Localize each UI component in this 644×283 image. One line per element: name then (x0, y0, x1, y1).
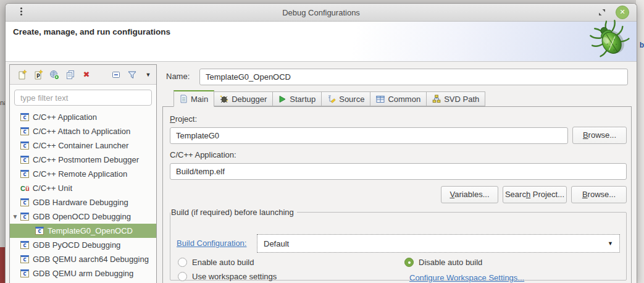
tabbar: Main Debugger Startup (174, 90, 485, 106)
c-app-icon: c (35, 227, 44, 235)
project-browse-button[interactable]: Browse... (572, 127, 627, 144)
build-configuration-link[interactable]: Build Configuration: (177, 239, 246, 248)
application-input[interactable] (170, 163, 627, 180)
tab-source[interactable]: Source (321, 91, 370, 106)
table-icon (376, 95, 385, 103)
tree-item-templateg0-openocd[interactable]: c TemplateG0_OpenOCD (10, 224, 156, 238)
svg-text:P: P (36, 74, 40, 79)
configurations-toolbar: P ✖ ▼ (10, 65, 156, 85)
c-app-icon: c (20, 255, 29, 263)
tab-startup[interactable]: Startup (272, 91, 322, 106)
name-label: Name: (166, 72, 190, 81)
debug-configurations-dialog: Debug Configurations ✕ Create, manage, a… (5, 3, 637, 283)
expander-icon[interactable]: ▼ (10, 213, 20, 220)
c-app-icon: c (20, 142, 29, 150)
disable-auto-build-radio[interactable]: Disable auto build (404, 258, 482, 267)
name-input[interactable] (199, 69, 628, 85)
titlebar[interactable]: Debug Configurations ✕ (6, 4, 637, 22)
tab-common[interactable]: Common (370, 91, 427, 106)
tree-item-cpp-attach[interactable]: c C/C++ Attach to Application (10, 124, 156, 138)
tree-item-cpp-remote[interactable]: c C/C++ Remote Application (10, 167, 156, 181)
chevron-down-icon: ▼ (608, 240, 613, 247)
tree-item-gdb-qemu-aarch64[interactable]: c GDB QEMU aarch64 Debugging (10, 252, 156, 266)
tab-debugger[interactable]: Debugger (214, 91, 273, 106)
build-configuration-value: Default (264, 239, 289, 248)
tab-main[interactable]: Main (174, 90, 214, 107)
tree-item-cpp-container[interactable]: c C/C++ Container Launcher (10, 138, 156, 153)
filter-input[interactable] (14, 90, 152, 106)
c-app-icon: c (20, 170, 29, 178)
build-configuration-select[interactable]: Default ▼ (257, 234, 620, 253)
bug-icon (220, 95, 228, 103)
use-workspace-settings-radio[interactable]: Use workspace settings (178, 272, 277, 281)
restore-window-icon[interactable] (598, 9, 606, 16)
hierarchy-icon (432, 95, 441, 103)
configurations-tree: c C/C++ Application c C/C++ Attach to Ap… (10, 110, 156, 281)
configuration-detail-panel: Name: Main Debugger (162, 64, 632, 283)
enable-auto-build-radio[interactable]: Enable auto build (178, 258, 254, 267)
background-remnant-text-right: b (640, 41, 644, 49)
desktop-background-red-strip (0, 247, 5, 283)
source-icon (327, 95, 336, 103)
project-label: Project: (170, 114, 197, 124)
build-group-legend: Build (if required) before launching (170, 208, 297, 217)
configurations-panel: P ✖ ▼ (9, 64, 157, 283)
tree-item-cpp-unit[interactable]: Cü C/C++ Unit (10, 181, 156, 195)
main-tab-panel: Project: Browse... C/C++ Application: Va… (162, 106, 632, 283)
new-configuration-icon[interactable] (17, 70, 27, 80)
c-app-icon: c (20, 127, 29, 135)
c-app-icon: c (20, 198, 29, 206)
c-app-icon: c (20, 241, 29, 249)
variables-button[interactable]: Variables... (441, 186, 498, 203)
tree-item-gdb-qemu-arm[interactable]: c GDB QEMU arm Debugging (10, 266, 156, 281)
play-icon (278, 95, 286, 103)
panel-sash[interactable] (157, 64, 162, 283)
duplicate-icon[interactable] (65, 70, 75, 80)
application-label: C/C++ Application: (170, 150, 236, 159)
window-title: Debug Configurations (6, 8, 637, 17)
file-icon (180, 95, 188, 103)
window-menu-icon[interactable] (20, 7, 22, 15)
tree-item-gdb-hardware[interactable]: c GDB Hardware Debugging (10, 195, 156, 209)
c-app-icon: c (20, 269, 29, 277)
delete-icon[interactable]: ✖ (82, 70, 91, 80)
tab-svd-path[interactable]: SVD Path (426, 91, 485, 106)
tree-item-cpp-application[interactable]: c C/C++ Application (10, 110, 156, 124)
c-unit-icon: Cü (20, 185, 30, 192)
configure-workspace-settings-link[interactable]: Configure Workspace Settings... (409, 273, 524, 282)
radio-unchecked-icon (178, 272, 187, 281)
c-app-icon: c (20, 113, 29, 121)
export-configurations-icon[interactable] (49, 70, 59, 80)
collapse-all-icon[interactable] (111, 70, 121, 80)
new-prototype-icon[interactable]: P (33, 70, 43, 80)
tree-item-cpp-postmortem[interactable]: c C/C++ Postmortem Debugger (10, 153, 156, 167)
browse-button[interactable]: Browse... (571, 186, 627, 203)
tree-item-gdb-pyocd[interactable]: c GDB PyOCD Debugging (10, 238, 156, 252)
build-before-launch-group: Build (if required) before launching Bui… (170, 208, 627, 281)
radio-unchecked-icon (178, 258, 187, 267)
close-icon[interactable]: ✕ (616, 6, 629, 19)
c-app-icon: c (20, 156, 29, 164)
c-app-icon: c (20, 213, 29, 221)
view-menu-caret-icon[interactable]: ▼ (143, 70, 153, 80)
tree-item-gdb-openocd[interactable]: ▼ c GDB OpenOCD Debugging (10, 209, 156, 224)
filter-icon[interactable] (127, 70, 137, 80)
search-project-button[interactable]: Search Project... (503, 186, 567, 203)
project-input[interactable] (170, 127, 568, 144)
radio-checked-icon (404, 258, 414, 267)
dialog-header-title: Create, manage, and run configurations (13, 27, 170, 36)
dialog-header: Create, manage, and run configurations (6, 22, 637, 62)
debug-beetle-logo (585, 20, 635, 61)
